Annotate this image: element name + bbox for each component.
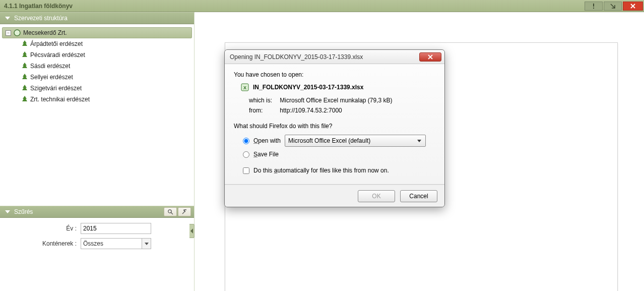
from-value: http://109.74.53.2:7000 — [280, 107, 342, 114]
which-is-label: which is: — [249, 95, 278, 105]
dialog-overlay: Opening IN_FOLDKONYV_2015-03-17-1339.xls… — [0, 0, 644, 291]
excel-file-icon: X — [241, 83, 249, 91]
save-file-radio[interactable] — [243, 151, 249, 158]
auto-checkbox-row[interactable]: Do this automatically for files like thi… — [243, 167, 435, 174]
auto-label: Do this automatically for files like thi… — [253, 167, 389, 174]
ok-button[interactable]: OK — [358, 190, 395, 202]
save-file-option[interactable]: Save File — [243, 151, 435, 158]
auto-checkbox[interactable] — [243, 167, 249, 174]
open-with-radio[interactable] — [243, 138, 249, 144]
svg-text:X: X — [243, 85, 246, 90]
dialog-title: Opening IN_FOLDKONYV_2015-03-17-1339.xls… — [230, 53, 419, 61]
dialog-titlebar[interactable]: Opening IN_FOLDKONYV_2015-03-17-1339.xls… — [225, 50, 444, 64]
from-label: from: — [249, 105, 278, 115]
dialog-close-button[interactable] — [419, 52, 441, 62]
which-is-value: Microsoft Office Excel munkalap (79,3 kB… — [280, 97, 392, 104]
dialog-filename: IN_FOLDKONYV_2015-03-17-1339.xlsx — [253, 84, 363, 91]
cancel-button[interactable]: Cancel — [400, 190, 437, 202]
open-with-app: Microsoft Office Excel (default) — [288, 137, 370, 144]
open-with-option[interactable]: Open with Microsoft Office Excel (defaul… — [243, 135, 435, 147]
open-with-label: Open with — [253, 137, 281, 144]
open-with-select[interactable]: Microsoft Office Excel (default) — [285, 135, 426, 147]
save-file-label: Save File — [253, 151, 279, 158]
dialog-intro: You have chosen to open: — [234, 71, 435, 78]
dialog-question: What should Firefox do with this file? — [234, 123, 435, 130]
download-dialog: Opening IN_FOLDKONYV_2015-03-17-1339.xls… — [224, 49, 445, 207]
